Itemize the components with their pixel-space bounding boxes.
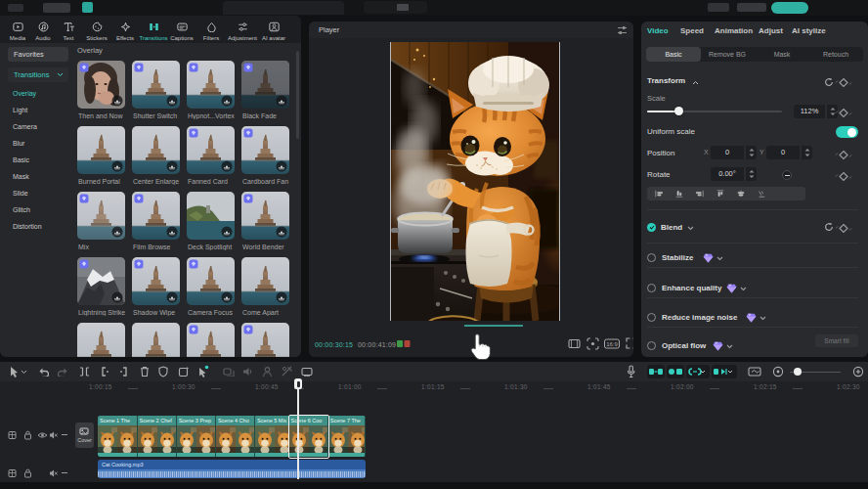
svg-text:16:9: 16:9 <box>606 341 618 347</box>
